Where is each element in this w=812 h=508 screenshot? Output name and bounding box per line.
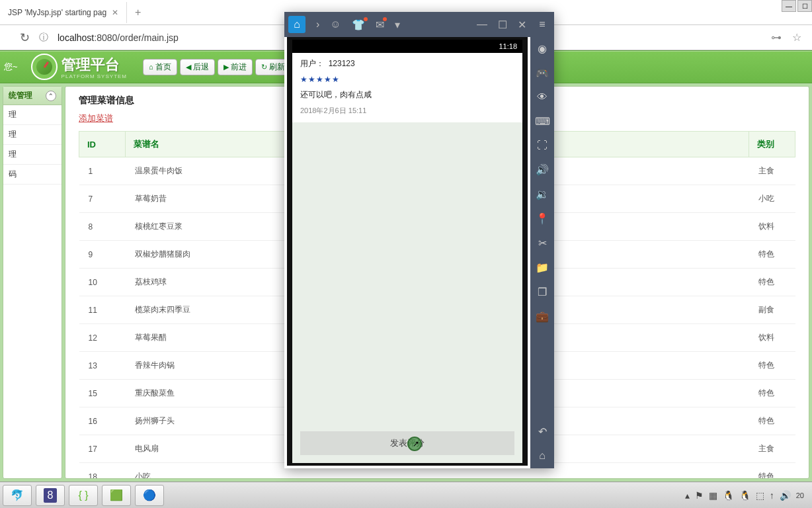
cell-cat: 饮料 xyxy=(749,324,795,352)
emulator-toolbar: ⌂ › ☺ 👕 ✉ ▾ — ☐ ✕ xyxy=(284,12,530,37)
cursor-icon xyxy=(407,437,422,451)
back-arrow-icon: ◀ xyxy=(186,63,191,71)
cell-id: 17 xyxy=(79,435,126,463)
emulator-home-icon[interactable]: ⌂ xyxy=(288,16,305,33)
site-info-icon[interactable]: ⓘ xyxy=(39,32,48,44)
location-icon[interactable]: 📍 xyxy=(536,212,549,225)
tab-title: JSP 'MyJsp.jsp' starting pag xyxy=(8,8,106,17)
taskbar-app[interactable]: { } xyxy=(69,485,98,506)
shirt-icon[interactable]: 👕 xyxy=(352,19,365,31)
tray-icon[interactable]: ↑ xyxy=(770,490,774,501)
app-subtitle: PLATFORM SYSYTEM xyxy=(61,73,127,79)
windows-taskbar: 🐬 8 { } 🟩 🔵 ▴ ⚑ ▦ 🐧 🐧 ⬚ ↑ 🔊 20 xyxy=(0,482,812,508)
key-icon[interactable]: ⊶ xyxy=(771,31,782,44)
cell-cat: 特色 xyxy=(749,352,795,380)
braces-icon: { } xyxy=(78,489,88,501)
back-button[interactable]: ◀后退 xyxy=(180,59,215,75)
android-status-bar: 11:18 xyxy=(292,40,522,53)
tray-icon[interactable]: ⬚ xyxy=(756,490,764,501)
briefcase-icon[interactable]: 💼 xyxy=(536,310,549,323)
tray-icon[interactable]: 🐧 xyxy=(723,490,734,501)
cell-cat: 饮料 xyxy=(749,213,795,241)
forward-arrow-icon: ▶ xyxy=(223,63,229,71)
sidebar-item[interactable]: 理 xyxy=(3,105,61,125)
taskbar-app[interactable]: 🐬 xyxy=(3,485,32,506)
cell-id: 13 xyxy=(79,352,126,380)
new-tab-button[interactable]: + xyxy=(127,7,149,19)
taskbar-app[interactable]: 8 xyxy=(36,485,65,506)
home-button[interactable]: ⌂首页 xyxy=(143,59,177,75)
sidebar-item[interactable]: 理 xyxy=(3,145,61,165)
cell-id: 15 xyxy=(79,380,126,407)
system-tray[interactable]: ▴ ⚑ ▦ 🐧 🐧 ⬚ ↑ 🔊 20 xyxy=(685,490,809,501)
emulator-screen: 11:18 用户： 123123 ★★★★★ 还可以吧，肉有点咸 2018年2月… xyxy=(287,37,528,466)
chevron-right-icon[interactable]: › xyxy=(316,19,319,30)
chrome-icon: 🔵 xyxy=(143,489,156,501)
forward-button[interactable]: ▶前进 xyxy=(218,59,253,75)
cell-cat: 特色 xyxy=(749,380,795,407)
menu-icon[interactable]: ≡ xyxy=(539,19,545,30)
sidebar: 统管理 ⌃ 理 理 理 码 xyxy=(3,86,62,479)
eye-icon[interactable]: 👁 xyxy=(537,91,548,103)
window-maximize-button[interactable]: ☐ xyxy=(797,0,812,12)
cell-cat: 小吃 xyxy=(749,185,795,213)
settings-icon[interactable]: ◉ xyxy=(538,42,547,55)
volume-up-icon[interactable]: 🔊 xyxy=(536,163,549,176)
gamepad-icon[interactable]: 🎮 xyxy=(536,67,549,79)
keyboard-icon[interactable]: ⌨ xyxy=(535,115,550,128)
fullscreen-icon[interactable]: ⛶ xyxy=(537,140,548,151)
cell-id: 8 xyxy=(79,213,126,241)
tray-icon[interactable]: ▦ xyxy=(709,490,717,501)
scissors-icon[interactable]: ✂ xyxy=(538,237,547,249)
android-back-icon[interactable]: ↶ xyxy=(538,425,547,438)
refresh-icon: ↻ xyxy=(261,63,267,71)
clock: 11:18 xyxy=(499,42,517,50)
cell-cat: 主食 xyxy=(749,157,795,185)
taskbar-app[interactable]: 🔵 xyxy=(135,485,164,506)
star-icon[interactable]: ☆ xyxy=(792,31,801,44)
url-display[interactable]: localhost:8080/order/main.jsp xyxy=(58,32,179,43)
emulator-maximize-icon[interactable]: ☐ xyxy=(498,19,507,31)
android-home-icon[interactable]: ⌂ xyxy=(539,450,546,462)
folder-icon[interactable]: 📁 xyxy=(536,261,549,274)
sidebar-item[interactable]: 码 xyxy=(3,165,61,185)
review-date: 2018年2月6日 15:11 xyxy=(292,103,522,122)
tray-clock[interactable]: 20 xyxy=(796,491,804,499)
mail-icon[interactable]: ✉ xyxy=(376,19,384,31)
cell-id: 9 xyxy=(79,241,126,269)
volume-down-icon[interactable]: 🔉 xyxy=(536,188,549,200)
tray-icon[interactable]: 🐧 xyxy=(739,490,751,501)
tray-up-icon[interactable]: ▴ xyxy=(685,490,690,501)
cell-id: 7 xyxy=(79,185,126,213)
add-recipe-link[interactable]: 添加菜谱 xyxy=(79,112,113,124)
col-id: ID xyxy=(79,132,126,157)
emulator-sidebar: ≡ ◉ 🎮 👁 ⌨ ⛶ 🔊 🔉 📍 ✂ 📁 ❐ 💼 ↶ ⌂ xyxy=(530,12,554,468)
reload-icon[interactable]: ↻ xyxy=(20,30,30,45)
number-icon: 8 xyxy=(44,488,58,503)
tray-icon[interactable]: ⚑ xyxy=(695,490,704,501)
collapse-icon[interactable]: ⌃ xyxy=(46,91,56,101)
app-title: 管理平台 xyxy=(61,55,127,75)
dropdown-icon[interactable]: ▾ xyxy=(395,19,400,31)
review-user: 用户： 123123 xyxy=(292,53,522,75)
browser-tab[interactable]: JSP 'MyJsp.jsp' starting pag ✕ xyxy=(0,2,127,23)
welcome-text: 您~ xyxy=(4,61,18,73)
emulator-close-icon[interactable]: ✕ xyxy=(518,19,526,31)
cell-cat: 特色 xyxy=(749,407,795,435)
cell-id: 18 xyxy=(79,463,126,480)
copy-icon[interactable]: ❐ xyxy=(538,286,547,298)
cell-cat: 特色 xyxy=(749,463,795,480)
taskbar-app[interactable]: 🟩 xyxy=(102,485,131,506)
emulator-minimize-icon[interactable]: — xyxy=(477,19,487,30)
close-icon[interactable]: ✕ xyxy=(112,8,118,17)
cell-cat: 特色 xyxy=(749,269,795,296)
user-icon[interactable]: ☺ xyxy=(330,19,341,30)
cell-id: 16 xyxy=(79,407,126,435)
cell-id: 12 xyxy=(79,324,126,352)
window-minimize-button[interactable]: — xyxy=(782,0,796,12)
sidebar-header[interactable]: 统管理 ⌃ xyxy=(3,87,61,105)
sidebar-item[interactable]: 理 xyxy=(3,125,61,145)
tray-sound-icon[interactable]: 🔊 xyxy=(780,490,791,501)
android-emulator: ⌂ › ☺ 👕 ✉ ▾ — ☐ ✕ 11:18 用户： 123123 ★★★★★… xyxy=(284,12,554,468)
home-icon: ⌂ xyxy=(149,63,153,71)
